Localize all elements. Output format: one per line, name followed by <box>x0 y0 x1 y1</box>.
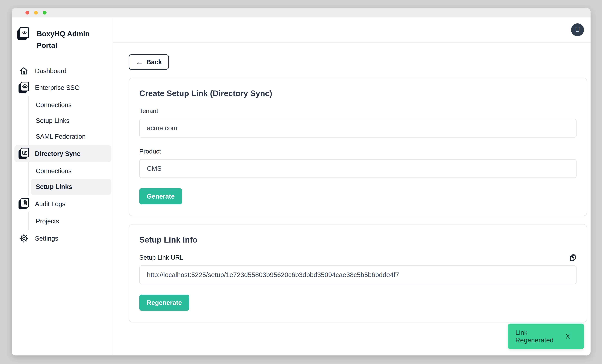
back-button[interactable]: ← Back <box>129 54 169 70</box>
boxyhq-logo-icon: </> <box>17 27 30 41</box>
sidebar-item-label: Setup Links <box>36 183 72 190</box>
audit-logs-icon <box>19 198 29 210</box>
sidebar-group-enterprise-sso: Connections Setup Links SAML Federation <box>28 96 111 145</box>
tenant-field-group: Tenant <box>139 107 577 138</box>
sidebar-item-sso-setup-links[interactable]: Setup Links <box>31 113 111 128</box>
close-window-icon[interactable] <box>25 11 29 14</box>
sidebar-item-saml-federation[interactable]: SAML Federation <box>31 128 111 144</box>
brand-title: BoxyHQ Admin Portal <box>37 27 95 51</box>
sidebar-item-projects[interactable]: Projects <box>31 213 111 229</box>
sidebar-item-label: SAML Federation <box>36 133 86 140</box>
sidebar-item-directory-sync[interactable]: Directory Sync <box>14 145 111 162</box>
main-area: U ← Back Create Setup Link (Directory Sy… <box>113 17 591 355</box>
regenerate-button[interactable]: Regenerate <box>139 295 189 311</box>
minimize-window-icon[interactable] <box>34 11 38 14</box>
setup-link-url-input[interactable] <box>139 266 577 284</box>
setup-link-url-label: Setup Link URL <box>139 254 183 261</box>
enterprise-sso-icon <box>19 82 29 94</box>
tenant-label: Tenant <box>139 107 577 115</box>
app-window: </> BoxyHQ Admin Portal Dashbo <box>11 8 591 355</box>
generate-button[interactable]: Generate <box>139 188 182 204</box>
url-label-row: Setup Link URL <box>139 254 577 261</box>
sidebar-item-dsync-connections[interactable]: Connections <box>31 163 111 179</box>
user-avatar[interactable]: U <box>571 23 584 36</box>
sidebar-item-label: Settings <box>35 235 58 242</box>
back-arrow-icon: ← <box>136 58 143 66</box>
sidebar-group-directory-sync: Connections Setup Links <box>28 162 111 195</box>
sidebar-item-dashboard[interactable]: Dashboard <box>14 63 111 79</box>
maximize-window-icon[interactable] <box>43 11 47 14</box>
toast-message: Link Regenerated <box>515 329 566 344</box>
desktop: </> BoxyHQ Admin Portal Dashbo <box>0 0 602 364</box>
card-title: Setup Link Info <box>139 235 577 245</box>
sidebar-group-audit-logs: Projects <box>28 212 111 230</box>
sidebar-item-label: Directory Sync <box>35 150 80 157</box>
window-titlebar <box>11 8 591 17</box>
tenant-input[interactable] <box>139 119 577 138</box>
toast-close-button[interactable]: X <box>566 333 570 340</box>
sidebar-item-label: Audit Logs <box>35 200 65 208</box>
url-field-group <box>139 266 577 284</box>
sidebar: </> BoxyHQ Admin Portal Dashbo <box>11 17 113 355</box>
toast-notification: Link Regenerated X <box>508 324 584 349</box>
directory-sync-icon <box>19 148 29 160</box>
sidebar-item-label: Connections <box>36 101 72 108</box>
sidebar-item-enterprise-sso[interactable]: Enterprise SSO <box>14 79 111 96</box>
sidebar-item-label: Setup Links <box>36 117 69 124</box>
sidebar-item-label: Connections <box>36 167 72 175</box>
product-input[interactable] <box>139 159 577 178</box>
home-icon <box>19 66 29 76</box>
create-setup-link-card: Create Setup Link (Directory Sync) Tenan… <box>129 78 587 216</box>
sidebar-item-label: Dashboard <box>35 67 66 75</box>
top-header: U <box>113 17 591 43</box>
product-field-group: Product <box>139 148 577 178</box>
sidebar-item-sso-connections[interactable]: Connections <box>31 97 111 113</box>
sidebar-nav: Dashboard <box>11 63 113 247</box>
page-content: ← Back Create Setup Link (Directory Sync… <box>113 43 591 355</box>
sidebar-item-label: Enterprise SSO <box>35 84 80 91</box>
sidebar-item-settings[interactable]: Settings <box>14 230 111 247</box>
back-button-label: Back <box>146 58 162 66</box>
card-title: Create Setup Link (Directory Sync) <box>139 89 577 98</box>
sidebar-item-dsync-setup-links[interactable]: Setup Links <box>31 179 111 194</box>
gear-icon <box>19 234 29 243</box>
brand[interactable]: </> BoxyHQ Admin Portal <box>11 27 113 51</box>
sidebar-item-label: Projects <box>36 218 59 225</box>
setup-link-info-card: Setup Link Info Setup Link URL <box>129 224 587 322</box>
product-label: Product <box>139 148 577 155</box>
sidebar-item-audit-logs[interactable]: Audit Logs <box>14 195 111 212</box>
copy-icon[interactable] <box>569 254 577 261</box>
